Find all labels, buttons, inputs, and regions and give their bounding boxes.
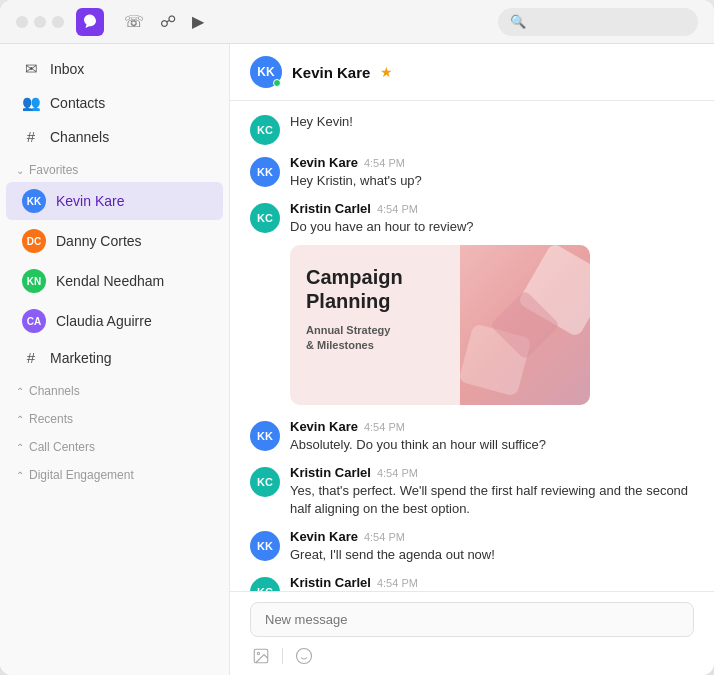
sidebar-item-label: Claudia Aguirre	[56, 313, 152, 329]
avatar-claudia: CA	[22, 309, 46, 333]
sidebar-item-danny[interactable]: DC Danny Cortes	[6, 222, 223, 260]
message-time: 4:54 PM	[364, 531, 405, 543]
input-actions	[250, 643, 694, 669]
sidebar-item-kendal[interactable]: KN Kendal Needham	[6, 262, 223, 300]
minimize-dot	[34, 16, 46, 28]
message-time: 4:54 PM	[364, 421, 405, 433]
maximize-dot	[52, 16, 64, 28]
app-logo-icon	[81, 13, 99, 31]
message-content: Kevin Kare 4:54 PM Great, I'll send the …	[290, 529, 694, 565]
avatar: KC	[250, 115, 280, 145]
recents-chevron-icon: ⌃	[16, 414, 24, 425]
sidebar-item-label: Kendal Needham	[56, 273, 164, 289]
message-sender: Kevin Kare	[290, 529, 358, 544]
messages-list: KC Hey Kevin! KK Kevin Kare 4:54 PM Hey …	[230, 101, 714, 591]
digital-engagement-section-header[interactable]: ⌃ Digital Engagement	[0, 458, 229, 486]
favorites-section-header: ⌄ Favorites	[0, 153, 229, 181]
input-divider	[282, 648, 283, 664]
sidebar-item-label: Danny Cortes	[56, 233, 142, 249]
avatar: KC	[250, 467, 280, 497]
sidebar-item-label: Inbox	[50, 61, 84, 77]
message-input[interactable]	[250, 602, 694, 637]
star-icon[interactable]: ★	[380, 64, 393, 80]
sidebar-item-contacts[interactable]: 👥 Contacts	[6, 87, 223, 119]
recents-section-header[interactable]: ⌃ Recents	[0, 402, 229, 430]
window-controls	[16, 16, 64, 28]
hash-icon: #	[22, 128, 40, 145]
title-bar: ☏ ☍ ▶ 🔍	[0, 0, 714, 44]
digital-engagement-section-label: Digital Engagement	[29, 468, 134, 482]
message-row: KK Kevin Kare 4:54 PM Absolutely. Do you…	[250, 419, 694, 455]
avatar: KK	[250, 531, 280, 561]
message-time: 4:54 PM	[377, 577, 418, 589]
avatar: KK	[250, 421, 280, 451]
marketing-hash-icon: #	[22, 349, 40, 366]
favorites-label: Favorites	[29, 163, 78, 177]
avatar: KC	[250, 577, 280, 591]
sidebar-item-label: Kevin Kare	[56, 193, 124, 209]
message-meta: Kevin Kare 4:54 PM	[290, 155, 694, 170]
avatar: KK	[250, 157, 280, 187]
call-centers-section-label: Call Centers	[29, 440, 95, 454]
message-content: Hey Kevin!	[290, 113, 694, 132]
recents-section-label: Recents	[29, 412, 73, 426]
chat-header: KK Kevin Kare ★	[230, 44, 714, 101]
search-icon: 🔍	[510, 14, 526, 29]
chat-header-name: Kevin Kare	[292, 64, 370, 81]
message-time: 4:54 PM	[377, 467, 418, 479]
sidebar-item-label: Contacts	[50, 95, 105, 111]
search-bar[interactable]: 🔍	[498, 8, 698, 36]
message-time: 4:54 PM	[377, 203, 418, 215]
channels-chevron-icon: ⌃	[16, 386, 24, 397]
message-row: KK Kevin Kare 4:54 PM Hey Kristin, what'…	[250, 155, 694, 191]
message-text: Great, I'll send the agenda out now!	[290, 546, 694, 565]
svg-point-1	[257, 652, 259, 654]
emoji-icon	[295, 647, 313, 665]
message-meta: Kevin Kare 4:54 PM	[290, 529, 694, 544]
phone-icon[interactable]: ☏	[124, 12, 144, 31]
online-status-dot	[273, 79, 281, 87]
chat-area: KK Kevin Kare ★ KC Hey Kevin! KK	[230, 44, 714, 675]
sidebar-item-label: Channels	[50, 129, 109, 145]
campaign-card-image	[460, 245, 590, 405]
sidebar-item-kevin[interactable]: KK Kevin Kare	[6, 182, 223, 220]
sidebar-item-marketing[interactable]: # Marketing	[6, 342, 223, 373]
avatar: KC	[250, 203, 280, 233]
call-centers-chevron-icon: ⌃	[16, 442, 24, 453]
message-row: KK Kevin Kare 4:54 PM Great, I'll send t…	[250, 529, 694, 565]
svg-point-2	[297, 649, 312, 664]
close-dot	[16, 16, 28, 28]
title-bar-actions: ☏ ☍ ▶	[124, 12, 204, 31]
video-icon[interactable]: ▶	[192, 12, 204, 31]
message-content: Kevin Kare 4:54 PM Absolutely. Do you th…	[290, 419, 694, 455]
emoji-button[interactable]	[293, 645, 315, 667]
sidebar-item-inbox[interactable]: ✉ Inbox	[6, 53, 223, 85]
message-row: KC Kristin Carlel 4:54 PM Can you add a …	[250, 575, 694, 591]
image-attach-button[interactable]	[250, 645, 272, 667]
message-text: Hey Kevin!	[290, 113, 694, 132]
channels-section-header[interactable]: ⌃ Channels	[0, 374, 229, 402]
message-time: 4:54 PM	[364, 157, 405, 169]
campaign-card-text: CampaignPlanning Annual Strategy& Milest…	[290, 245, 460, 405]
sidebar: ✉ Inbox 👥 Contacts # Channels ⌄ Favorite…	[0, 44, 230, 675]
avatar-danny: DC	[22, 229, 46, 253]
sidebar-item-claudia[interactable]: CA Claudia Aguirre	[6, 302, 223, 340]
contacts-icon: 👥	[22, 94, 40, 112]
call-centers-section-header[interactable]: ⌃ Call Centers	[0, 430, 229, 458]
message-sender: Kevin Kare	[290, 419, 358, 434]
message-sender: Kristin Carlel	[290, 575, 371, 590]
inbox-icon: ✉	[22, 60, 40, 78]
app-icon	[76, 8, 104, 36]
message-text: Yes, that's perfect. We'll spend the fir…	[290, 482, 694, 520]
sidebar-item-channels[interactable]: # Channels	[6, 121, 223, 152]
chat-icon[interactable]: ☍	[160, 12, 176, 31]
message-row: KC Hey Kevin!	[250, 113, 694, 145]
message-row: KC Kristin Carlel 4:54 PM Do you have an…	[250, 201, 694, 409]
message-sender: Kristin Carlel	[290, 465, 371, 480]
campaign-card[interactable]: CampaignPlanning Annual Strategy& Milest…	[290, 245, 590, 405]
message-meta: Kristin Carlel 4:54 PM	[290, 575, 694, 590]
campaign-card-title: CampaignPlanning	[306, 265, 444, 313]
campaign-card-subtitle: Annual Strategy& Milestones	[306, 323, 444, 354]
message-meta: Kristin Carlel 4:54 PM	[290, 201, 694, 216]
message-text: Hey Kristin, what's up?	[290, 172, 694, 191]
